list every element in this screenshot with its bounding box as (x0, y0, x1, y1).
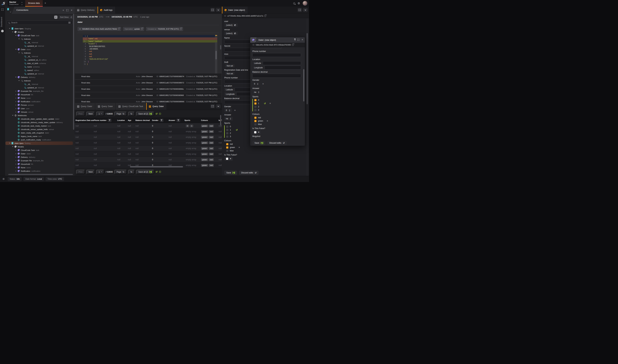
grid-row[interactable]: null null null null null 0 null 01 green… (75, 123, 222, 129)
cell-balance[interactable]: null (135, 153, 152, 155)
cell-colours[interactable]: greenred (201, 130, 219, 133)
tree-item[interactable]: name2 adhoc (5, 68, 73, 72)
expander-icon[interactable] (15, 104, 17, 106)
checkbox-option[interactable]: green ↺ ✕ (226, 146, 305, 149)
tree-item[interactable]: Delivery delivery (5, 155, 73, 159)
maximize-panel-button[interactable] (210, 8, 215, 12)
expander-icon[interactable] (8, 28, 11, 29)
collapse-panel-button[interactable] (216, 104, 221, 108)
cell-gender[interactable]: 0 (152, 125, 169, 127)
add-connection-button[interactable]: + (62, 9, 64, 12)
cell-sports[interactable]: empty array (185, 147, 201, 150)
grid-vertical-scrollbar[interactable] (220, 115, 221, 125)
maximize-icon[interactable] (297, 39, 299, 41)
inspector-scrollbar[interactable] (307, 33, 308, 104)
sort-checkbox[interactable]: ✓ (54, 15, 57, 19)
audit-scrollbar[interactable] (220, 45, 221, 50)
record-id[interactable]: 5dbcef1c-815d-4da5-9f72-058abd760480 (256, 44, 291, 46)
expander-icon[interactable] (15, 150, 17, 151)
tree-item[interactable]: _updated_at_-1 adhoc (5, 58, 73, 62)
cell-colours[interactable]: greenred (201, 158, 219, 161)
cell-balance[interactable]: null (135, 125, 152, 127)
cell-gender[interactable]: 0 (152, 130, 169, 133)
cell-age[interactable]: null (128, 142, 135, 144)
audit-log-row[interactable]: Read data ActorJohn Shearar ID6866f11181… (75, 86, 222, 92)
balance-input[interactable] (252, 74, 301, 78)
checkbox-option[interactable]: 2 ↺ ✕ (254, 105, 301, 108)
cell-phone[interactable]: null (94, 142, 117, 144)
checkbox[interactable] (226, 126, 228, 128)
cell-registration[interactable]: null (76, 125, 94, 127)
checkbox-option[interactable]: green ↺ ✕ (254, 119, 301, 123)
settings-gear-icon[interactable]: ⚙ (297, 2, 300, 5)
cell-isfalse[interactable]: null (219, 147, 222, 150)
column-header[interactable]: Phone number (94, 119, 117, 122)
cell-sports[interactable]: empty array (185, 164, 201, 167)
cell-answer[interactable]: null (169, 125, 185, 127)
tree-item[interactable]: _id_ internal (5, 41, 73, 44)
cell-sports[interactable]: empty array (185, 136, 201, 138)
page-refresh-button[interactable]: Page↻ (114, 112, 127, 116)
expander-icon[interactable] (15, 153, 17, 154)
checkbox[interactable] (226, 132, 228, 134)
checkbox[interactable] (226, 135, 228, 138)
cell-isfalse[interactable]: null (219, 158, 222, 161)
checkbox[interactable] (254, 99, 256, 101)
cell-colours[interactable]: greenred (201, 153, 219, 155)
grid-horizontal-scrollbar[interactable] (130, 166, 183, 168)
prev-page-button[interactable]: Prev (76, 170, 85, 174)
answer-stepper[interactable]: na (224, 117, 233, 121)
undo-icon[interactable]: ↺ (236, 129, 238, 131)
cell-gender[interactable]: 0 (152, 147, 169, 150)
sidebar-search[interactable] (7, 21, 72, 25)
record-id-chip[interactable]: ID560dfbf3-99eb-44cb-9a92-afa293179b6d (78, 27, 121, 31)
cell-registration[interactable]: null (76, 164, 94, 167)
save-button[interactable]: Save (224, 170, 237, 175)
cell-sports[interactable]: empty array (185, 153, 201, 155)
cell-registration[interactable]: null (76, 136, 94, 138)
expand-panel-icon[interactable] (67, 9, 68, 11)
tree-item[interactable]: Notification notification (5, 169, 73, 173)
cell-gender[interactable]: 0 (152, 142, 169, 144)
cell-location[interactable]: null (117, 158, 128, 161)
search-options-icon[interactable] (68, 22, 70, 24)
cell-sports[interactable]: empty array (185, 142, 201, 144)
cell-answer[interactable]: null (169, 136, 185, 138)
checkbox[interactable] (226, 129, 228, 131)
tree-item[interactable]: Household hh (5, 162, 73, 166)
checkbox[interactable] (226, 146, 228, 149)
floating-editor-header[interactable]: Dater: (new object) ✕ (250, 37, 305, 43)
panel-tab[interactable]: Query: Dater (146, 103, 167, 110)
expander-icon[interactable] (15, 49, 17, 50)
checkbox[interactable] (226, 150, 228, 152)
cell-phone[interactable]: null (94, 136, 117, 138)
cell-sports[interactable]: 01 (185, 125, 201, 127)
panel-tab[interactable]: Audit logs (97, 7, 115, 13)
inspector-tab[interactable]: Dater: (new object) (222, 7, 248, 13)
cell-location[interactable]: null (117, 147, 128, 150)
cell-isfalse[interactable]: null (219, 142, 222, 144)
bool-checkbox[interactable] (254, 131, 256, 133)
tree-item[interactable]: cloudcode_delivery_ready_dater_update de… (5, 121, 73, 124)
cell-location[interactable]: null (117, 153, 128, 155)
tree-item[interactable]: dater tipes Testing (5, 142, 73, 145)
status-gear-icon[interactable]: ⚙ (2, 178, 5, 181)
cell-registration[interactable]: null (76, 158, 94, 161)
refresh-button[interactable]: ↻ (128, 170, 135, 174)
page-refresh-button[interactable]: Page↻ (114, 170, 127, 174)
expander-icon[interactable] (15, 77, 17, 78)
refresh-button[interactable]: ↻ (128, 112, 135, 116)
grid-row[interactable]: null null null null null 0 null empty ar… (75, 134, 222, 140)
copy-icon[interactable] (141, 28, 143, 30)
cell-isfalse[interactable]: null (219, 136, 222, 138)
tree-item[interactable]: dater tipes Staging (5, 27, 73, 30)
filter-icon[interactable] (176, 119, 180, 122)
checkbox-option[interactable]: blue ↺ ✕ (226, 149, 305, 152)
pin-icon[interactable] (295, 39, 295, 41)
expander-icon[interactable] (15, 91, 17, 92)
latitude-input[interactable] (263, 61, 301, 65)
expander-icon[interactable] (15, 160, 17, 161)
cell-balance[interactable]: null (135, 158, 152, 161)
gender-clear-icon[interactable]: ✕ (262, 83, 264, 85)
cell-isfalse[interactable]: null (219, 164, 222, 167)
